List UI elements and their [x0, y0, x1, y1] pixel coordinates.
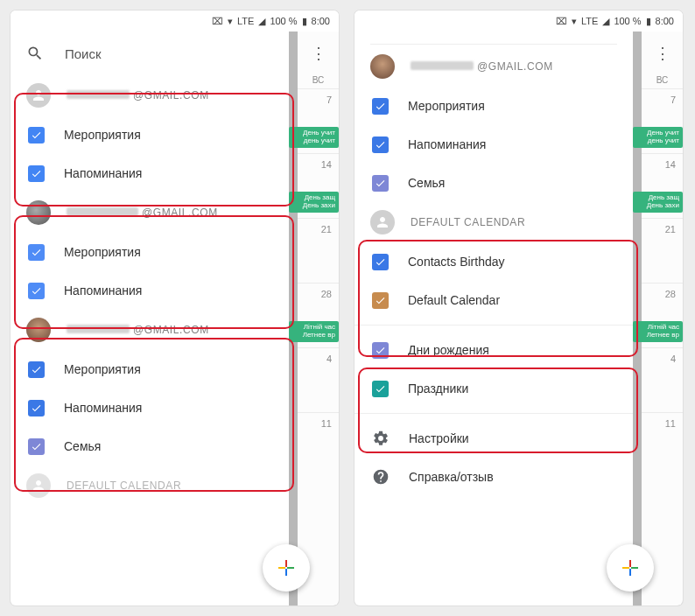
calendar-label: Праздники	[408, 382, 468, 396]
checkbox-icon	[372, 136, 389, 153]
wifi-icon: ▾	[572, 16, 577, 27]
calendar-toggle[interactable]: Contacts Birthday	[355, 242, 633, 281]
day-cell[interactable]: 28 Літній часЛетнее вр	[642, 283, 683, 347]
signal-icon: ◢	[258, 16, 265, 27]
avatar-icon	[26, 473, 51, 498]
avatar-icon	[26, 318, 51, 342]
help-button[interactable]: Справка/отзыв	[355, 458, 633, 496]
calendar-toggle[interactable]: Праздники	[355, 369, 633, 408]
battery-icon: ▮	[302, 16, 307, 27]
calendar-toggle[interactable]: Семья	[355, 164, 633, 202]
calendar-label: Напоминания	[64, 166, 142, 180]
avatar-icon	[370, 54, 395, 79]
checkbox-icon	[372, 381, 389, 397]
default-calendar-label: DEFAULT CALENDAR	[411, 216, 525, 228]
account-header[interactable]: @GMAIL.COM	[11, 192, 289, 233]
settings-button[interactable]: Настройки	[355, 419, 633, 458]
vpn-icon: ⌧	[212, 16, 223, 27]
calendar-toggle[interactable]: Дни рождения	[355, 331, 633, 369]
calendar-toggle[interactable]: Мероприятия	[11, 116, 289, 154]
calendar-label: Мероприятия	[64, 128, 141, 142]
calendar-label: Семья	[408, 176, 445, 190]
day-cell[interactable]: 28 Літній часЛетнее вр	[298, 283, 339, 347]
day-cell[interactable]: 14 День защДень захи	[298, 153, 339, 218]
day-cell[interactable]: 11	[642, 412, 683, 477]
calendar-label: Мероприятия	[408, 99, 485, 113]
overflow-icon[interactable]: ⋮	[311, 44, 326, 63]
checkbox-icon	[372, 98, 389, 115]
checkbox-icon	[372, 175, 389, 192]
weekday-header: ВС	[642, 70, 683, 88]
battery-label: 100 %	[614, 16, 641, 26]
overflow-icon[interactable]: ⋮	[655, 44, 670, 63]
account-email: @GMAIL.COM	[67, 206, 218, 219]
event-chip[interactable]: Літній часЛетнее вр	[633, 321, 683, 342]
status-bar: ⌧ ▾ LTE ◢ 100 % ▮ 8:00	[11, 10, 339, 32]
day-cell[interactable]: 4	[642, 347, 683, 412]
account-header[interactable]: DEFAULT CALENDAR	[355, 202, 633, 242]
help-icon	[372, 468, 390, 486]
calendar-label: Дни рождения	[408, 343, 489, 357]
day-cell[interactable]: 7 День учитдень учит	[298, 88, 339, 153]
clock-label: 8:00	[656, 16, 674, 26]
account-email: @GMAIL.COM	[67, 324, 209, 336]
gear-icon	[372, 430, 390, 447]
calendar-peek: ⋮ ВС 7 День учитдень учит 14 День защДен…	[633, 32, 683, 606]
event-chip[interactable]: День учитдень учит	[633, 127, 683, 148]
calendar-toggle[interactable]: Мероприятия	[11, 233, 289, 271]
account-header[interactable]: @GMAIL.COM	[355, 46, 633, 87]
calendar-label: Семья	[64, 439, 101, 453]
day-cell[interactable]: 21	[298, 218, 339, 283]
checkbox-icon	[28, 165, 45, 182]
calendar-label: Напоминания	[408, 137, 486, 151]
checkbox-icon	[28, 127, 45, 144]
checkbox-icon	[372, 292, 389, 309]
battery-icon: ▮	[646, 16, 651, 27]
day-cell[interactable]: 21	[642, 218, 683, 283]
search-row[interactable]: Поиск	[11, 32, 289, 75]
event-chip[interactable]: День защДень захи	[289, 192, 339, 213]
drawer: Поиск @GMAIL.COM Мероприятия Напоминания	[11, 32, 289, 506]
search-label: Поиск	[65, 46, 102, 61]
calendar-toggle[interactable]: Default Calendar	[355, 281, 633, 319]
fab-add-button[interactable]	[263, 544, 310, 592]
day-cell[interactable]: 14 День защДень захи	[642, 153, 683, 218]
search-icon	[26, 45, 44, 62]
checkbox-icon	[28, 361, 45, 378]
clock-label: 8:00	[312, 16, 330, 26]
calendar-toggle[interactable]: Напоминания	[11, 154, 289, 192]
calendar-toggle[interactable]: Напоминания	[11, 388, 289, 427]
checkbox-icon	[28, 400, 45, 416]
event-chip[interactable]: День защДень захи	[633, 192, 683, 213]
phone-right: ⌧ ▾ LTE ◢ 100 % ▮ 8:00 @GMAIL.COM Меропр…	[355, 10, 683, 606]
settings-label: Настройки	[409, 431, 469, 445]
account-header[interactable]: DEFAULT CALENDAR	[11, 466, 289, 506]
help-label: Справка/отзыв	[409, 470, 494, 484]
day-cell[interactable]: 7 День учитдень учит	[642, 88, 683, 153]
calendar-toggle[interactable]: Напоминания	[11, 271, 289, 310]
account-header[interactable]: @GMAIL.COM	[11, 75, 289, 116]
calendar-label: Мероприятия	[64, 362, 141, 376]
default-calendar-label: DEFAULT CALENDAR	[67, 480, 181, 492]
account-header[interactable]: @GMAIL.COM	[11, 310, 289, 350]
account-email: @GMAIL.COM	[67, 89, 209, 102]
calendar-toggle[interactable]: Мероприятия	[11, 350, 289, 388]
battery-label: 100 %	[270, 16, 297, 26]
signal-icon: ◢	[602, 16, 609, 27]
network-label: LTE	[581, 16, 598, 26]
calendar-label: Напоминания	[64, 401, 142, 415]
event-chip[interactable]: День учитдень учит	[289, 127, 339, 148]
fab-add-button[interactable]	[607, 544, 654, 592]
event-chip[interactable]: Літній часЛетнее вр	[289, 321, 339, 342]
drawer: @GMAIL.COM Мероприятия Напоминания Семья…	[355, 44, 633, 496]
wifi-icon: ▾	[228, 16, 233, 27]
calendar-toggle[interactable]: Семья	[11, 427, 289, 466]
day-cell[interactable]: 11	[298, 412, 339, 477]
network-label: LTE	[237, 16, 254, 26]
avatar-icon	[370, 210, 395, 234]
calendar-toggle[interactable]: Напоминания	[355, 125, 633, 164]
weekday-header: ВС	[298, 70, 339, 88]
phone-left: ⌧ ▾ LTE ◢ 100 % ▮ 8:00 Поиск @GMAIL.COM …	[11, 10, 339, 606]
calendar-toggle[interactable]: Мероприятия	[355, 87, 633, 125]
day-cell[interactable]: 4	[298, 347, 339, 412]
